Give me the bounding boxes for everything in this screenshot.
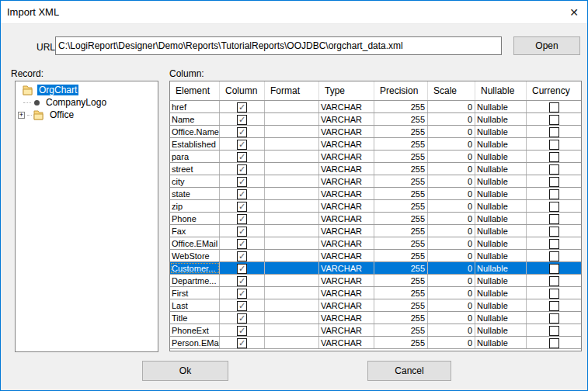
precision-cell[interactable]: 255 <box>374 101 428 112</box>
currency-checkbox[interactable] <box>549 214 559 224</box>
type-cell[interactable]: VARCHAR <box>319 101 374 112</box>
scale-cell[interactable]: 0 <box>428 225 475 237</box>
precision-cell[interactable]: 255 <box>374 163 428 175</box>
table-row[interactable]: WebStore✓VARCHAR2550Nullable <box>170 250 581 262</box>
nullable-cell[interactable]: Nullable <box>475 250 527 261</box>
currency-cell[interactable] <box>527 225 581 237</box>
ok-button[interactable]: Ok <box>142 361 228 381</box>
type-cell[interactable]: VARCHAR <box>319 188 374 199</box>
header-format[interactable]: Format <box>265 81 319 100</box>
table-row[interactable]: Person.EMail✓VARCHAR2550Nullable <box>170 337 581 349</box>
currency-checkbox[interactable] <box>549 152 559 162</box>
column-checkbox[interactable]: ✓ <box>237 177 247 187</box>
precision-cell[interactable]: 255 <box>374 299 428 311</box>
tree-item-office[interactable]: +Office <box>16 109 158 121</box>
column-cell[interactable]: ✓ <box>220 312 265 324</box>
scale-cell[interactable]: 0 <box>428 237 475 249</box>
type-cell[interactable]: VARCHAR <box>319 225 374 237</box>
scale-cell[interactable]: 0 <box>428 213 475 224</box>
table-row[interactable]: Departme...✓VARCHAR2550Nullable <box>170 275 581 287</box>
column-cell[interactable]: ✓ <box>220 299 265 311</box>
column-cell[interactable]: ✓ <box>220 188 265 199</box>
format-cell[interactable] <box>265 151 319 162</box>
type-cell[interactable]: VARCHAR <box>319 151 374 162</box>
currency-cell[interactable] <box>527 163 581 175</box>
precision-cell[interactable]: 255 <box>374 287 428 299</box>
column-checkbox[interactable]: ✓ <box>237 251 247 261</box>
header-currency[interactable]: Currency <box>527 81 581 100</box>
nullable-cell[interactable]: Nullable <box>475 262 527 274</box>
element-cell[interactable]: WebStore <box>170 250 220 261</box>
nullable-cell[interactable]: Nullable <box>475 324 527 336</box>
column-checkbox[interactable]: ✓ <box>237 289 247 299</box>
column-checkbox[interactable]: ✓ <box>237 264 247 274</box>
format-cell[interactable] <box>265 188 319 199</box>
column-cell[interactable]: ✓ <box>220 275 265 286</box>
column-cell[interactable]: ✓ <box>220 175 265 187</box>
element-cell[interactable]: Office.EMail <box>170 237 220 249</box>
column-cell[interactable]: ✓ <box>220 213 265 224</box>
precision-cell[interactable]: 255 <box>374 312 428 324</box>
cancel-button[interactable]: Cancel <box>367 361 451 381</box>
table-row[interactable]: Fax✓VARCHAR2550Nullable <box>170 225 581 237</box>
column-checkbox[interactable]: ✓ <box>237 189 247 199</box>
column-cell[interactable]: ✓ <box>220 324 265 336</box>
column-cell[interactable]: ✓ <box>220 250 265 261</box>
format-cell[interactable] <box>265 299 319 311</box>
type-cell[interactable]: VARCHAR <box>319 250 374 261</box>
format-cell[interactable] <box>265 287 319 299</box>
currency-cell[interactable] <box>527 213 581 224</box>
tree-item-label[interactable]: CompanyLogo <box>44 97 108 108</box>
currency-cell[interactable] <box>527 101 581 112</box>
type-cell[interactable]: VARCHAR <box>319 299 374 311</box>
column-checkbox[interactable]: ✓ <box>237 127 247 137</box>
element-cell[interactable]: Phone <box>170 213 220 224</box>
currency-checkbox[interactable] <box>549 202 559 212</box>
element-cell[interactable]: Last <box>170 299 220 311</box>
scale-cell[interactable]: 0 <box>428 175 475 187</box>
precision-cell[interactable]: 255 <box>374 250 428 261</box>
currency-checkbox[interactable] <box>549 239 559 249</box>
currency-cell[interactable] <box>527 113 581 125</box>
column-cell[interactable]: ✓ <box>220 113 265 125</box>
type-cell[interactable]: VARCHAR <box>319 262 374 274</box>
nullable-cell[interactable]: Nullable <box>475 287 527 299</box>
element-cell[interactable]: Title <box>170 312 220 324</box>
precision-cell[interactable]: 255 <box>374 225 428 237</box>
nullable-cell[interactable]: Nullable <box>475 101 527 112</box>
table-row[interactable]: Last✓VARCHAR2550Nullable <box>170 299 581 312</box>
scale-cell[interactable]: 0 <box>428 299 475 311</box>
column-checkbox[interactable]: ✓ <box>237 338 247 348</box>
scale-cell[interactable]: 0 <box>428 312 475 324</box>
currency-checkbox[interactable] <box>549 164 559 175</box>
format-cell[interactable] <box>265 138 319 150</box>
currency-checkbox[interactable] <box>549 102 559 112</box>
precision-cell[interactable]: 255 <box>374 126 428 137</box>
type-cell[interactable]: VARCHAR <box>319 287 374 299</box>
currency-checkbox[interactable] <box>549 313 559 324</box>
scale-cell[interactable]: 0 <box>428 287 475 299</box>
currency-cell[interactable] <box>527 337 581 348</box>
nullable-cell[interactable]: Nullable <box>475 337 527 348</box>
scale-cell[interactable]: 0 <box>428 250 475 261</box>
element-cell[interactable]: zip <box>170 200 220 212</box>
currency-checkbox[interactable] <box>549 338 559 348</box>
currency-checkbox[interactable] <box>549 326 559 336</box>
tree-item-orgchart[interactable]: OrgChart <box>16 84 158 96</box>
column-cell[interactable]: ✓ <box>220 163 265 175</box>
format-cell[interactable] <box>265 163 319 175</box>
table-row[interactable]: Title✓VARCHAR2550Nullable <box>170 312 581 324</box>
column-cell[interactable]: ✓ <box>220 287 265 299</box>
column-cell[interactable]: ✓ <box>220 200 265 212</box>
currency-cell[interactable] <box>527 151 581 162</box>
scale-cell[interactable]: 0 <box>428 163 475 175</box>
tree-item-label[interactable]: Office <box>48 109 75 120</box>
element-cell[interactable]: Fax <box>170 225 220 237</box>
currency-checkbox[interactable] <box>549 189 559 199</box>
precision-cell[interactable]: 255 <box>374 275 428 286</box>
format-cell[interactable] <box>265 101 319 112</box>
expand-plus-icon[interactable]: + <box>18 112 25 119</box>
column-checkbox[interactable]: ✓ <box>237 140 247 150</box>
type-cell[interactable]: VARCHAR <box>319 126 374 137</box>
precision-cell[interactable]: 255 <box>374 237 428 249</box>
